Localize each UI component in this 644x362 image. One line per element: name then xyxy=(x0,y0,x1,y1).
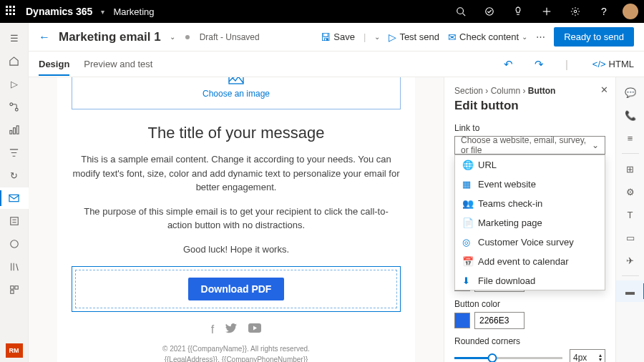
survey-icon: ◎ xyxy=(462,237,472,248)
label-link-to: Link to xyxy=(454,123,605,133)
svg-point-16 xyxy=(10,240,18,248)
tool-chat[interactable]: 💬 xyxy=(616,82,645,103)
rounded-input[interactable]: 4px▴▾ xyxy=(570,349,605,362)
email-title[interactable]: The title of your message xyxy=(72,124,401,142)
svg-point-2 xyxy=(486,8,494,16)
svg-rect-21 xyxy=(14,286,17,289)
tool-list[interactable]: ≡ xyxy=(616,127,645,149)
save-button[interactable]: 🖫Save xyxy=(321,31,355,43)
nav-journeys[interactable] xyxy=(0,96,29,117)
tab-design[interactable]: Design xyxy=(39,53,69,75)
download-icon: ⬇ xyxy=(462,275,472,286)
persona-badge[interactable]: RM xyxy=(6,343,23,358)
nav-more[interactable] xyxy=(0,279,29,300)
facebook-icon[interactable]: f xyxy=(211,323,214,336)
search-icon[interactable] xyxy=(451,1,471,21)
link-to-dropdown: 🌐URL ▦Event website 👥Teams check-in 📄Mar… xyxy=(454,155,605,290)
separator: | xyxy=(364,31,366,42)
status-text: Draft - Unsaved xyxy=(200,32,260,42)
save-dropdown[interactable]: ⌄ xyxy=(374,33,380,41)
global-topbar: Dynamics 365 ▾ Marketing ? xyxy=(0,0,644,23)
rounded-slider[interactable] xyxy=(454,357,562,359)
plus-icon[interactable] xyxy=(537,1,557,21)
svg-rect-10 xyxy=(14,127,16,133)
link-to-select[interactable]: Choose a website, email, survey, or file… xyxy=(454,136,605,155)
twitter-icon[interactable] xyxy=(225,323,237,336)
cta-button[interactable]: Download PDF xyxy=(188,278,285,300)
right-tool-rail: 💬 📞 ≡ ⊞ ⚙ T ▭ ✈ ▬ xyxy=(615,77,644,362)
nav-home[interactable] xyxy=(0,50,29,72)
svg-line-19 xyxy=(16,264,18,271)
nav-library[interactable] xyxy=(0,256,29,278)
nav-play[interactable]: ▷ xyxy=(0,73,29,94)
close-icon[interactable]: ✕ xyxy=(600,84,608,95)
gear-icon[interactable] xyxy=(565,1,585,21)
check-content-button[interactable]: ✉Check content⌄ xyxy=(448,31,527,43)
nav-segments[interactable] xyxy=(0,142,29,163)
youtube-icon[interactable] xyxy=(248,323,261,336)
tool-phone[interactable]: 📞 xyxy=(616,104,645,126)
svg-rect-12 xyxy=(9,195,19,201)
tool-settings[interactable]: ⚙ xyxy=(616,181,645,202)
svg-rect-13 xyxy=(10,217,18,225)
app-launcher-icon[interactable] xyxy=(6,6,17,17)
option-calendar[interactable]: 📅Add event to calendar xyxy=(455,252,605,271)
email-paragraph[interactable]: The purpose of this simple email is to g… xyxy=(72,205,401,233)
nav-forms[interactable] xyxy=(0,210,29,232)
globe-icon: 🌐 xyxy=(462,160,472,170)
tool-send[interactable]: ✈ xyxy=(616,250,645,271)
svg-rect-20 xyxy=(10,286,13,289)
option-teams[interactable]: 👥Teams check-in xyxy=(455,194,605,213)
svg-point-7 xyxy=(10,102,13,105)
option-marketing[interactable]: 📄Marketing page xyxy=(455,213,605,233)
email-footer[interactable]: © 2021 {{CompanyName}}. All rights reser… xyxy=(72,343,401,362)
option-survey[interactable]: ◎Customer Voice survey xyxy=(455,233,605,252)
more-icon[interactable]: ⋯ xyxy=(536,31,545,42)
tool-layout[interactable]: ▭ xyxy=(616,227,645,248)
nav-hamburger[interactable]: ☰ xyxy=(0,27,29,49)
area-name[interactable]: Marketing xyxy=(113,6,154,17)
svg-rect-22 xyxy=(10,290,13,293)
undo-button[interactable]: ↶ xyxy=(504,58,513,71)
redo-button[interactable]: ↷ xyxy=(535,58,544,71)
left-nav-rail: ☰ ▷ ↻ RM xyxy=(0,23,29,362)
nav-email[interactable] xyxy=(0,187,29,209)
nav-refresh[interactable]: ↻ xyxy=(0,165,29,186)
tool-elements[interactable]: ⊞ xyxy=(616,158,645,180)
email-paragraph[interactable]: Good luck! Hope it works. xyxy=(72,243,401,257)
label-rounded: Rounded corners xyxy=(454,336,605,346)
properties-panel: ✕ Section › Column › Button Edit button … xyxy=(444,77,615,362)
button-color-swatch[interactable] xyxy=(454,313,470,328)
chevron-down-icon[interactable]: ⌄ xyxy=(170,33,175,41)
tab-bar: Design Preview and test ↶ ↷ | </>HTML xyxy=(29,52,644,77)
test-send-button[interactable]: ▷Test send xyxy=(389,31,439,43)
tool-button-props[interactable]: ▬ xyxy=(616,280,645,302)
command-bar: ← Marketing email 1 ⌄ Draft - Unsaved 🖫S… xyxy=(29,23,644,52)
html-button[interactable]: </>HTML xyxy=(592,59,634,69)
option-download[interactable]: ⬇File download xyxy=(455,271,605,290)
social-row: f xyxy=(72,323,401,336)
tool-text[interactable]: T xyxy=(616,204,645,225)
panel-heading: Edit button xyxy=(454,99,605,113)
chevron-down-icon: ▾ xyxy=(101,8,104,16)
button-color-input[interactable] xyxy=(474,312,525,329)
lightbulb-icon[interactable] xyxy=(508,1,528,21)
email-paragraph[interactable]: This is a sample email content. Change i… xyxy=(72,152,401,195)
svg-point-6 xyxy=(574,10,577,13)
chevron-down-icon: ⌄ xyxy=(592,140,599,150)
nav-item[interactable] xyxy=(0,233,29,255)
option-event[interactable]: ▦Event website xyxy=(455,175,605,194)
back-button[interactable]: ← xyxy=(39,31,50,44)
option-url[interactable]: 🌐URL xyxy=(455,155,605,175)
task-icon[interactable] xyxy=(479,1,499,21)
user-avatar[interactable] xyxy=(623,4,638,19)
nav-analytics[interactable] xyxy=(0,119,29,140)
ready-to-send-button[interactable]: Ready to send xyxy=(554,27,634,47)
teams-icon: 👥 xyxy=(462,198,472,209)
image-placeholder[interactable]: Choose an image xyxy=(72,77,401,109)
tab-preview[interactable]: Preview and test xyxy=(84,53,152,75)
button-selection[interactable]: Download PDF xyxy=(72,266,401,312)
brand-name[interactable]: Dynamics 365 xyxy=(26,6,92,17)
svg-point-8 xyxy=(15,108,18,111)
help-icon[interactable]: ? xyxy=(594,1,614,21)
